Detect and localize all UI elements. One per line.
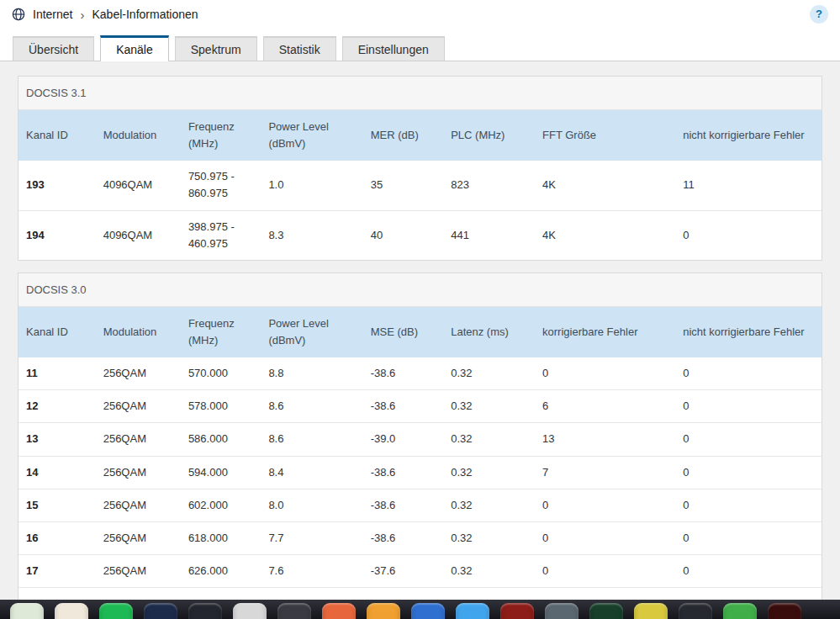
- table-cell: 586.000: [181, 423, 262, 456]
- table-cell: 0: [675, 423, 822, 456]
- table-cell: 441: [443, 210, 535, 260]
- tab-statistik[interactable]: Statistik: [263, 36, 336, 61]
- dock-app-icon-8[interactable]: [322, 603, 356, 619]
- table-cell: 7.7: [261, 521, 362, 554]
- dock-app-icon-15[interactable]: [634, 603, 668, 619]
- dock-app-icon-7[interactable]: [277, 603, 311, 619]
- table-cell: 8.6: [261, 423, 362, 456]
- dock-app-icon-4[interactable]: [144, 603, 177, 619]
- table-cell: 0: [675, 588, 822, 600]
- table-cell: 11: [18, 357, 96, 390]
- table-cell: 18: [18, 588, 96, 600]
- table-cell: 256QAM: [96, 521, 181, 554]
- table-cell: 0: [675, 357, 822, 390]
- table-row: 17256QAM626.0007.6-37.60.3200: [18, 554, 822, 587]
- dock-app-icon-18[interactable]: [768, 603, 801, 619]
- table-cell: 618.000: [181, 521, 262, 554]
- table-cell: -38.6: [363, 390, 444, 423]
- table-cell: 0.32: [443, 588, 535, 600]
- dock-app-icon-2[interactable]: [55, 603, 88, 619]
- column-header: Kanal ID: [18, 307, 96, 357]
- table-cell: 7: [535, 456, 675, 489]
- table-row: 12256QAM578.0008.6-38.60.3260: [18, 390, 822, 423]
- table-row: 13256QAM586.0008.6-39.00.32130: [18, 423, 822, 456]
- dock-app-icon-6[interactable]: [233, 603, 267, 619]
- dock-app-icon-10[interactable]: [411, 603, 445, 619]
- column-header: Modulation: [96, 110, 181, 161]
- table-cell: 0: [535, 357, 675, 390]
- column-header: Kanal ID: [18, 110, 96, 161]
- table-card-docsis-3-1: DOCSIS 3.1Kanal IDModulationFrequenz (MH…: [18, 76, 822, 261]
- table-header-row: Kanal IDModulationFrequenz (MHz)Power Le…: [18, 307, 822, 357]
- column-header: MER (dB): [363, 110, 444, 161]
- table-cell: 626.000: [181, 554, 262, 587]
- table-cell: -38.6: [363, 357, 444, 390]
- table-cell: 0: [675, 390, 822, 423]
- dock-app-icon-14[interactable]: [589, 603, 623, 619]
- table-cell: 0: [535, 521, 675, 554]
- tab-kanale[interactable]: Kanäle: [100, 35, 169, 61]
- table-cell: 4K: [535, 161, 675, 210]
- table-cell: 16: [18, 521, 96, 554]
- dock-app-icon-9[interactable]: [367, 603, 400, 619]
- column-header: nicht korrigierbare Fehler: [675, 110, 822, 161]
- breadcrumb-current-page: Kabel-Informationen: [92, 8, 198, 21]
- column-header: Power Level (dBmV): [261, 110, 362, 161]
- table-cell: 256QAM: [96, 588, 181, 600]
- help-button[interactable]: ?: [810, 5, 828, 24]
- table-cell: 15: [18, 489, 96, 521]
- table-row: 18256QAM634.0007.6-39.00.3200: [18, 588, 822, 600]
- table-cell: 0.32: [443, 521, 535, 554]
- column-header: MSE (dB): [363, 307, 444, 357]
- table-cell: 8.0: [261, 489, 362, 521]
- table-cell: 17: [18, 554, 96, 587]
- table-cell: 0.32: [443, 456, 535, 489]
- table-cell: -39.0: [363, 423, 444, 456]
- table-cell: 6: [535, 390, 675, 423]
- dock-app-icon-16[interactable]: [679, 603, 712, 619]
- table-cell: 750.975 - 860.975: [181, 161, 262, 210]
- table-row: 1944096QAM398.975 - 460.9758.3404414K0: [18, 210, 822, 260]
- table-cell: 0: [675, 456, 822, 489]
- main-content: DOCSIS 3.1Kanal IDModulationFrequenz (MH…: [0, 61, 840, 600]
- table-cell: 594.000: [181, 456, 262, 489]
- tab-spektrum[interactable]: Spektrum: [175, 36, 257, 61]
- table-cell: 7.6: [261, 554, 362, 587]
- table-cell: 0.32: [443, 390, 535, 423]
- table-cell: 194: [18, 210, 96, 260]
- table-cell: 256QAM: [96, 554, 181, 587]
- table-cell: 0: [535, 588, 675, 600]
- dock-app-icon-12[interactable]: [500, 603, 534, 619]
- table-cell: 578.000: [181, 390, 262, 423]
- table-cell: 193: [18, 161, 96, 210]
- tab-ubersicht[interactable]: Übersicht: [13, 36, 94, 61]
- dock: [0, 600, 840, 619]
- section-title: DOCSIS 3.0: [18, 273, 822, 307]
- dock-app-icon-5[interactable]: [188, 603, 222, 619]
- table-row: 15256QAM602.0008.0-38.60.3200: [18, 489, 822, 521]
- table-cell: 40: [363, 210, 444, 260]
- table-cell: 8.8: [261, 357, 362, 390]
- table-cell: 35: [363, 161, 444, 210]
- table-cell: 602.000: [181, 489, 262, 521]
- breadcrumb-internet[interactable]: Internet: [33, 8, 72, 21]
- table-cell: 0.32: [443, 554, 535, 587]
- table-cell: -39.0: [363, 588, 444, 600]
- column-header: nicht korrigierbare Fehler: [675, 307, 822, 357]
- dock-app-icon-13[interactable]: [545, 603, 578, 619]
- table-cell: 634.000: [181, 588, 262, 600]
- tab-einstellungen[interactable]: Einstellungen: [342, 36, 445, 61]
- column-header: Power Level (dBmV): [261, 307, 362, 357]
- dock-app-icon-17[interactable]: [723, 603, 757, 619]
- table-cell: 256QAM: [96, 390, 181, 423]
- dock-app-icon-3[interactable]: [99, 603, 133, 619]
- tab-bar: ÜbersichtKanäleSpektrumStatistikEinstell…: [0, 29, 840, 61]
- table-row: 11256QAM570.0008.8-38.60.3200: [18, 357, 822, 390]
- table-cell: 398.975 - 460.975: [181, 210, 262, 260]
- data-table: Kanal IDModulationFrequenz (MHz)Power Le…: [18, 110, 822, 260]
- dock-app-icon-11[interactable]: [456, 603, 489, 619]
- dock-app-icon-1[interactable]: [10, 603, 44, 619]
- table-card-docsis-3-0: DOCSIS 3.0Kanal IDModulationFrequenz (MH…: [18, 272, 822, 600]
- table-cell: 8.6: [261, 390, 362, 423]
- table-cell: 4K: [535, 210, 675, 260]
